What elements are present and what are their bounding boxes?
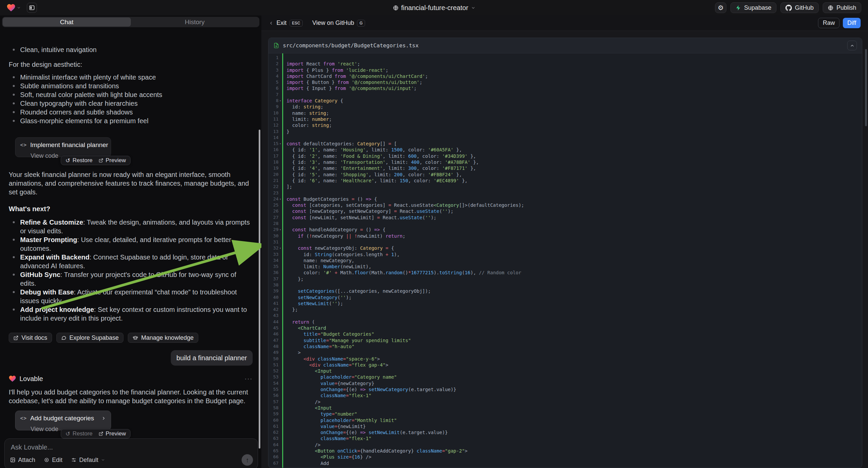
restore-icon: ↺ [65,158,70,164]
fold-chevron-icon [278,392,282,399]
line-number: 38 [269,282,278,288]
code-line: 34 name: newCategory, [269,258,862,264]
implement-financial-planner-card[interactable]: <> Implement financial planner View code [15,137,111,157]
fold-chevron-icon [278,214,282,221]
raw-toggle-button[interactable]: Raw [818,18,839,28]
line-number: 15 [269,141,278,147]
code-line: 54 value={newCategory} [269,380,862,386]
line-number: 8 [269,98,278,104]
line-number: 41 [269,300,278,306]
preview-button[interactable]: Preview [99,429,126,438]
line-number: 49 [269,350,278,355]
line-number: 68 [269,466,278,468]
globe-icon [393,5,398,11]
line-number: 62 [269,429,278,435]
fold-chevron-icon [278,288,282,294]
line-number: 45 [269,325,278,331]
explore-supabase-button[interactable]: Explore Supabase [56,333,123,343]
design-heading: For the design aesthetic: [9,60,253,69]
github-button[interactable]: GitHub [780,2,819,13]
tool-call-block: <> Implement financial planner View code… [9,137,253,166]
mode-select[interactable]: Default [71,457,105,464]
code-line: 11 limit: number; [269,116,862,122]
esc-key-badge: ESC [289,20,303,27]
line-number: 63 [269,435,278,441]
collapse-file-button[interactable] [847,40,857,50]
code-line: 2import React from 'react'; [269,61,862,67]
attach-button[interactable]: Attach [10,457,35,464]
composer-input[interactable]: Ask Lovable... [11,443,252,451]
manage-knowledge-button[interactable]: Manage knowledge [128,333,198,343]
edit-button[interactable]: Edit [44,457,62,464]
fold-chevron-icon [278,165,282,171]
gear-icon: ⚙ [718,4,724,12]
line-number: 32 [269,245,278,251]
code-line: 62 onChange={(e) => setNewLimit(e.target… [269,429,862,435]
code-line: 25 const [categories, setCategories] = R… [269,202,862,208]
line-number: 13 [269,128,278,135]
fold-chevron-icon[interactable]: ▾ [278,98,282,104]
chevron-down-icon [471,6,475,10]
tab-history[interactable]: History [131,18,259,27]
file-header[interactable]: src/components/budget/BudgetCategories.t… [269,38,862,53]
line-number: 66 [269,454,278,460]
line-number: 39 [269,288,278,294]
code-line: 7 [269,92,862,98]
fold-chevron-icon[interactable]: ▾ [278,227,282,233]
chat-history-tabs: Chat History [2,17,259,27]
github-icon [785,5,792,11]
preview-button[interactable]: Preview [99,156,126,165]
fold-chevron-icon[interactable]: ▾ [278,196,282,202]
code-line: 57 /> [269,399,862,405]
message-menu-button[interactable]: ··· [245,374,253,383]
send-button[interactable]: ↑ [242,454,253,466]
panel-icon [29,5,35,11]
chevron-up-icon [850,43,855,48]
line-number: 27 [269,214,278,221]
visit-docs-button[interactable]: Visit docs [9,333,52,343]
fold-chevron-icon [278,325,282,331]
assistant-paragraph: I'll help you add budget categories to t… [9,388,253,405]
line-number: 64 [269,442,278,448]
restore-button[interactable]: ↺Restore [65,156,93,165]
tab-chat[interactable]: Chat [3,18,131,27]
quick-actions-row: Visit docs Explore Supabase Manage knowl… [9,333,253,343]
assistant-name: Lovable [20,374,43,383]
supabase-button[interactable]: Supabase [731,2,776,13]
view-on-github-button[interactable]: View on GitHub [312,20,354,27]
fold-chevron-icon [278,172,282,178]
publish-button[interactable]: Publish [823,2,861,13]
file-path: src/components/budget/BudgetCategories.t… [283,42,419,49]
code-scrollbar[interactable] [865,49,867,126]
next-steps-list: Refine & Customize: Tweak the design, an… [9,218,253,323]
code-line: 5import { Button } from '@/components/ui… [269,79,862,85]
code-line: 14 [269,135,862,141]
code-view-panel: Exit ESC View on GitHub G Raw Diff src/c… [261,16,868,468]
fold-chevron-icon[interactable]: ▾ [278,245,282,251]
settings-button[interactable]: ⚙ [715,2,726,13]
chat-scrollbar[interactable] [259,129,260,448]
code-line: 40 setNewCategory(''); [269,294,862,300]
line-number: 29 [269,227,278,233]
code-line: 27 const [newLimit, setNewLimit] = React… [269,214,862,221]
code-line: 13} [269,128,862,135]
list-item: GitHub Sync: Transfer your project's cod… [9,270,253,288]
code-line: 67 Add [269,460,862,466]
fold-chevron-icon [278,184,282,190]
sidebar-toggle-button[interactable] [27,3,37,13]
lovable-logo-menu[interactable] [7,4,21,12]
diff-toggle-button[interactable]: Diff [843,18,861,28]
line-number: 9 [269,104,278,110]
add-budget-categories-card[interactable]: <> Add budget categories View code [15,411,111,430]
list-item: Minimalist interface with plenty of whit… [9,73,253,82]
restore-button[interactable]: ↺Restore [65,429,93,438]
exit-button[interactable]: Exit [269,20,286,27]
line-number: 53 [269,374,278,380]
code-area[interactable]: 12import React from 'react';3import { Pl… [269,53,862,468]
line-number: 56 [269,392,278,399]
project-switcher[interactable]: financial-future-creator [393,0,475,16]
fold-chevron-icon[interactable]: ▾ [278,141,282,147]
g-key-badge: G [357,20,365,27]
line-number: 67 [269,460,278,466]
code-line: 10 name: string; [269,110,862,116]
